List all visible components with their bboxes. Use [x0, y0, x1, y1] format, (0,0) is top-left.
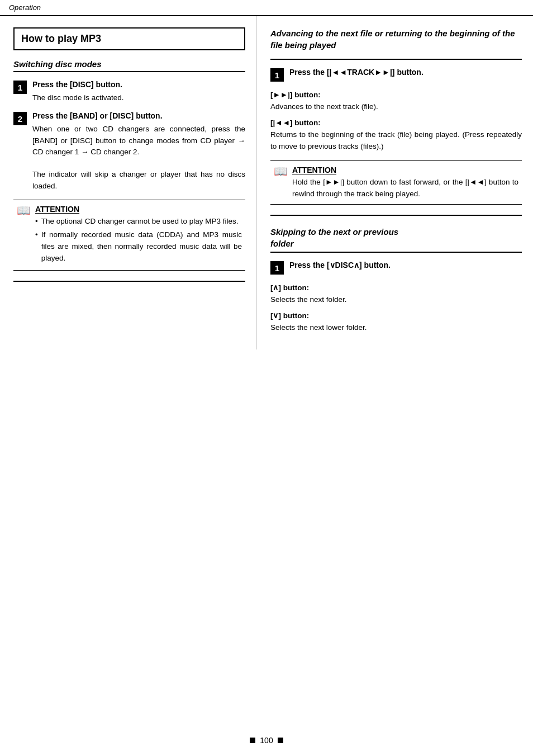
switching-disc-subtitle: Switching disc modes	[13, 59, 245, 72]
bullet-item-1: • The optional CD changer cannot be used…	[35, 216, 242, 228]
desc1-label: [►►|] button:	[270, 91, 321, 99]
bullet-text-2: If normally recorded music data (CDDA) a…	[41, 229, 242, 264]
right-step-1: 1 Press the [|◄◄TRACK►►|] button.	[270, 68, 522, 82]
desc2-label: [|◄◄] button:	[270, 119, 321, 127]
attention-inner-right: ATTENTION Hold the [►►|] button down to …	[292, 166, 518, 200]
footer-square-right	[278, 738, 283, 743]
footer-square-left	[250, 738, 255, 743]
header-label: Operation	[9, 3, 41, 12]
right-divider	[270, 215, 522, 216]
left-step-2: 2 Press the [BAND] or [DISC] button. Whe…	[13, 111, 245, 192]
bullet-dot-2: •	[35, 229, 38, 264]
step-2-title: Press the [BAND] or [DISC] button.	[32, 111, 245, 120]
folder-desc2-label: [∨] button:	[270, 311, 309, 320]
page-footer-inner: 100	[250, 736, 283, 745]
page-number: 100	[260, 736, 273, 745]
right-desc1: [►►|] button: Advances to the next track…	[270, 89, 522, 113]
step-1-title: Press the [DISC] button.	[32, 80, 245, 89]
step-2-number: 2	[13, 112, 27, 125]
skip-heading: Skipping to the next or previous folder	[270, 226, 522, 253]
attention-title-right: ATTENTION	[292, 166, 518, 174]
section-title: How to play MP3	[13, 27, 245, 50]
step-1-content: Press the [DISC] button. The disc mode i…	[32, 80, 245, 103]
bullet-text-1: The optional CD changer cannot be used t…	[41, 216, 239, 228]
step-1-number: 1	[13, 81, 27, 94]
right-column: Advancing to the next file or returning …	[257, 16, 533, 349]
left-divider	[13, 281, 245, 282]
left-step-1: 1 Press the [DISC] button. The disc mode…	[13, 80, 245, 103]
skip-heading-text: Skipping to the next or previous folder	[270, 227, 398, 248]
adv-heading-text: Advancing to the next file or returning …	[270, 29, 515, 50]
right-step-2-title: Press the [∨DISC∧] button.	[289, 261, 522, 270]
left-column: How to play MP3 Switching disc modes 1 P…	[0, 16, 257, 349]
left-attention: 📖 ATTENTION • The optional CD changer ca…	[13, 200, 245, 271]
page-header: Operation	[0, 0, 533, 16]
right-step-1-number: 1	[270, 68, 284, 82]
right-attention: 📖 ATTENTION Hold the [►►|] button down t…	[270, 160, 522, 205]
folder-desc1-body: Selects the next folder.	[270, 295, 347, 304]
right-folder-desc2: [∨] button: Selects the next lower folde…	[270, 310, 522, 334]
attention-inner-left: ATTENTION • The optional CD changer cann…	[35, 205, 242, 266]
right-step-2: 1 Press the [∨DISC∧] button.	[270, 261, 522, 275]
adv-heading: Advancing to the next file or returning …	[270, 27, 522, 51]
desc2-body: Returns to the beginning of the track (f…	[270, 130, 522, 150]
attention-body-right: Hold the [►►|] button down to fast forwa…	[292, 177, 518, 200]
attention-icon-right: 📖	[274, 164, 288, 178]
step-1-body: The disc mode is activated.	[32, 92, 245, 103]
right-step-1-content: Press the [|◄◄TRACK►►|] button.	[289, 68, 522, 80]
page-footer: 100	[0, 736, 533, 745]
bullet-item-2: • If normally recorded music data (CDDA)…	[35, 229, 242, 264]
right-step-1-title: Press the [|◄◄TRACK►►|] button.	[289, 68, 522, 77]
folder-desc2-body: Selects the next lower folder.	[270, 323, 367, 332]
step-2-body: When one or two CD changers are connecte…	[32, 124, 245, 192]
right-desc2: [|◄◄] button: Returns to the beginning o…	[270, 117, 522, 153]
attention-body-left: • The optional CD changer cannot be used…	[35, 216, 242, 264]
step-2-content: Press the [BAND] or [DISC] button. When …	[32, 111, 245, 192]
attention-icon-left: 📖	[17, 204, 31, 217]
right-step-2-content: Press the [∨DISC∧] button.	[289, 261, 522, 273]
bullet-dot-1: •	[35, 216, 38, 228]
desc1-body: Advances to the next track (file).	[270, 102, 378, 111]
adv-heading-divider	[270, 59, 522, 60]
right-folder-desc1: [∧] button: Selects the next folder.	[270, 282, 522, 306]
right-step-2-number: 1	[270, 261, 284, 275]
folder-desc1-label: [∧] button:	[270, 284, 309, 292]
page-content: How to play MP3 Switching disc modes 1 P…	[0, 16, 533, 349]
attention-title-left: ATTENTION	[35, 205, 242, 214]
